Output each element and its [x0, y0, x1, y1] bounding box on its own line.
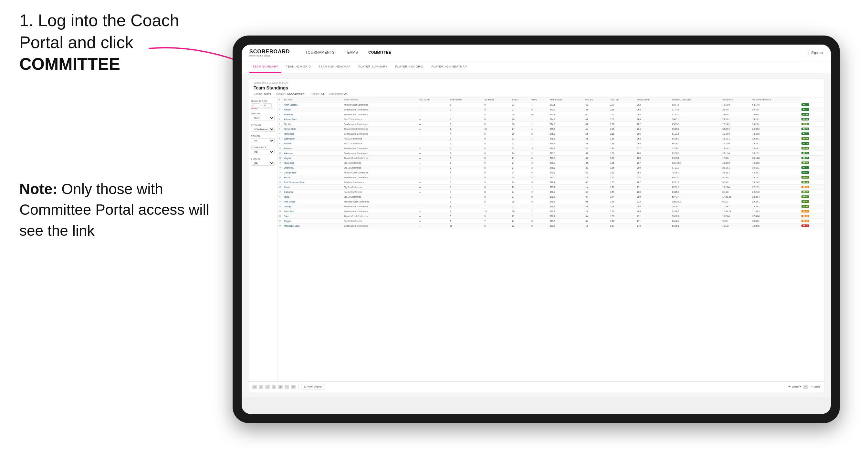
cell-reg-rank: —: [418, 199, 449, 204]
cell-conf-rank: 2: [449, 165, 483, 170]
cell-school: North Carolina: [283, 102, 343, 107]
cell-no-tour: 8: [483, 112, 511, 117]
cell-rnds: 24: [511, 151, 530, 156]
cell-no-tour: 8: [483, 146, 511, 151]
subnav-team-h2h-grid[interactable]: TEAM H2H GRID: [283, 61, 314, 73]
min-rounds-slider[interactable]: [251, 108, 275, 109]
table-row[interactable]: 19 California Pac-12 Conference — 4 8 24…: [278, 190, 824, 194]
table-row[interactable]: 14 Oklahoma Big 12 Conference — 2 8 24 2…: [278, 165, 824, 170]
cell-rank: 9: [278, 141, 283, 146]
table-row[interactable]: 24 Duke Atlantic Coast Conference — 5 9 …: [278, 214, 824, 219]
table-row[interactable]: 21 New Mexico Mountain West Conference —…: [278, 199, 824, 204]
gender-select[interactable]: Men's Women's: [251, 116, 275, 121]
cell-low-score: 83-25-1: [671, 190, 721, 194]
toolbar-expand-icon[interactable]: ⤢: [803, 385, 808, 389]
cell-school: Alabama: [283, 146, 343, 151]
toolbar-home-icon[interactable]: ⌂: [272, 385, 276, 389]
table-row[interactable]: 10 Alabama Southeastern Conference — 5 8…: [278, 146, 824, 151]
min-rounds-min-input[interactable]: [251, 103, 260, 107]
table-row[interactable]: 26 Mississippi State Southeastern Confer…: [278, 223, 824, 228]
region-select[interactable]: N/A All: [251, 138, 275, 143]
table-row[interactable]: 6 Florida State Atlantic Coast Conferenc…: [278, 127, 824, 131]
table-row[interactable]: 3 Vanderbilt Southeastern Conference — 2…: [278, 112, 824, 117]
nav-tournaments[interactable]: TOURNAMENTS: [301, 44, 340, 61]
toolbar-reload-icon[interactable]: ↺: [265, 385, 270, 389]
toolbar-back-icon[interactable]: ◁: [252, 385, 257, 389]
conference-select[interactable]: (All): [251, 150, 275, 154]
cell-avg-rd: 260: [636, 190, 671, 194]
cell-no-tour: 9: [483, 107, 511, 112]
cell-avg-rd: 217: [636, 146, 671, 151]
cell-points: 71.7: [800, 122, 824, 127]
cell-low-score: 63-15-1: [671, 122, 721, 127]
table-row[interactable]: 23 Texas A&M Southeastern Conference — 9…: [278, 209, 824, 214]
subnav-player-h2h-heatmap[interactable]: PLAYER H2H HEATMAP: [428, 61, 470, 73]
table-row[interactable]: 15 Georgia Tech Atlantic Coast Conferenc…: [278, 170, 824, 175]
table-row[interactable]: 16 Florida Southeastern Conference — 7 9…: [278, 175, 824, 180]
table-row[interactable]: 18 Illinois Big Ten Conference — 1 8 23 …: [278, 185, 824, 190]
share-button[interactable]: ↗ Share: [810, 385, 820, 388]
filter-summary-row: Gender: Men's Division: NCAA Division I …: [254, 92, 819, 95]
cell-sg-diff: -5.5: [583, 131, 609, 136]
main-nav: TOURNAMENTS TEAMS COMMITTEE: [301, 44, 809, 61]
cell-avg-sg: 2.77: [609, 112, 636, 117]
cell-avg-sg: 1.85: [609, 165, 636, 170]
division-select[interactable]: NCAA Division I NCAA Division II: [251, 127, 275, 132]
cell-sg-diff: -5.0: [583, 122, 609, 127]
cell-conference: Atlantic Coast Conference: [343, 214, 418, 219]
min-rounds-max-input[interactable]: [262, 103, 272, 107]
table-row[interactable]: 7 Tennessee Southeastern Conference — 4 …: [278, 131, 824, 136]
subnav-team-h2h-heatmap[interactable]: TEAM H2H HEATMAP: [315, 61, 354, 73]
toolbar-clock-icon[interactable]: ◷: [291, 385, 296, 389]
nav-teams[interactable]: TEAMS: [340, 44, 363, 61]
subnav-team-summary[interactable]: TEAM SUMMARY: [249, 61, 281, 73]
cell-low-score: 97-21-1: [671, 165, 721, 170]
table-row[interactable]: 9 Arizona Pac-12 Conference — 3 8 22 1 2…: [278, 141, 824, 146]
toolbar-forward-icon[interactable]: ▷: [259, 385, 263, 389]
view-original-button[interactable]: ⊡ View: Original: [301, 384, 325, 390]
cell-overall: 18-12-1: [721, 136, 751, 141]
cell-school: Florida: [283, 175, 343, 180]
cell-sg-diff: -6.2: [583, 170, 609, 175]
table-row[interactable]: 2 Auburn Southeastern Conference — 1 9 2…: [278, 107, 824, 112]
table-row[interactable]: 22 Georgia Southeastern Conference — 8 7…: [278, 204, 824, 209]
cell-points: 63.49: [800, 136, 824, 141]
cell-low-score: 72-30-1: [671, 146, 721, 151]
school-select[interactable]: (All): [251, 161, 275, 166]
cell-avg-sg: 2.52: [609, 117, 636, 122]
col-no-tour: No Tour: [483, 97, 511, 102]
table-row[interactable]: 11 Arkansas Southeastern Conference — 6 …: [278, 151, 824, 156]
table-row[interactable]: 1 North Carolina Atlantic Coast Conferen…: [278, 102, 824, 107]
cell-conf-rank: 5: [449, 219, 483, 223]
table-row[interactable]: 20 Texas Big 12 Conference — 3 9 27 8 27…: [278, 194, 824, 199]
cell-low-score: 76-26-1: [671, 170, 721, 175]
table-row[interactable]: 17 East Tennessee State Southern Confere…: [278, 180, 824, 185]
cell-sg-diff: -5.1: [583, 190, 609, 194]
subnav-player-h2h-grid[interactable]: PLAYER H2H GRID: [392, 61, 427, 73]
table-row[interactable]: 8 Washington Pac-12 Conference — 2 8 23 …: [278, 136, 824, 141]
sign-out-link[interactable]: Sign out: [811, 51, 823, 55]
table-row[interactable]: 5 Ole Miss Southeastern Conference — 3 6…: [278, 122, 824, 127]
cell-points: 59.16: [800, 180, 824, 185]
table-row[interactable]: 25 Oregon Pac-12 Conference — 5 7 21 0 2…: [278, 219, 824, 223]
col-vs25: Vs Top 25: [721, 97, 751, 102]
cell-overall: 4-21-0: [721, 223, 751, 228]
cell-adj-score: 275.9: [549, 131, 583, 136]
cell-conference: Southeastern Conference: [343, 112, 418, 117]
table-row[interactable]: 4 Arizona State Pac-12 Conference — 1 8 …: [278, 117, 824, 122]
subnav-player-summary[interactable]: PLAYER SUMMARY: [355, 61, 391, 73]
cell-points: 80.73: [800, 127, 824, 131]
cell-wins: 2: [530, 190, 549, 194]
cell-sg-diff: -3.5: [583, 160, 609, 165]
cell-points: 48.38: [800, 219, 824, 223]
nav-committee[interactable]: COMMITTEE: [363, 44, 396, 61]
table-row[interactable]: 13 Texas Tech Big 12 Conference — 1 9 27…: [278, 160, 824, 165]
toolbar-grid-icon[interactable]: ⊞: [278, 385, 283, 389]
table-row[interactable]: 12 Virginia Atlantic Coast Conference — …: [278, 156, 824, 160]
watch-button[interactable]: 👁 Watch ▾: [788, 385, 801, 388]
toolbar-add-icon[interactable]: +: [285, 385, 289, 389]
instruction-step: 1. Log into the Coach Portal and click C…: [20, 10, 213, 75]
standings-table-container[interactable]: # School Conference Reg Rank Conf Rank N…: [278, 97, 824, 381]
cell-rnds: 21: [511, 156, 530, 160]
cell-low-score: 59-39-1: [671, 204, 721, 209]
